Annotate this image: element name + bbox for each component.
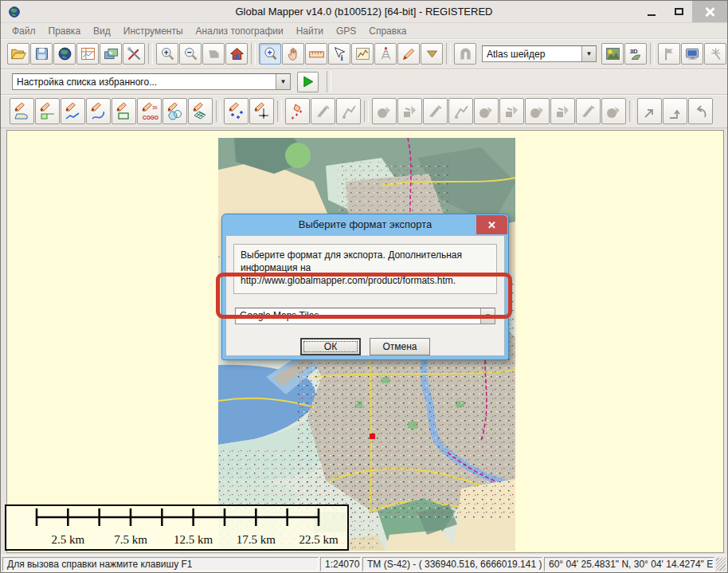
move-selected-features-button <box>336 98 361 124</box>
gray-erase-icon <box>605 102 624 121</box>
run-favorite-button[interactable] <box>297 72 319 92</box>
reshape-feature-button <box>372 98 397 124</box>
magnifier-minus-icon <box>182 45 199 62</box>
create-line-feature-button[interactable] <box>61 98 85 124</box>
close-icon <box>705 7 714 17</box>
status-scale: 1:240700 <box>320 557 361 571</box>
view-3d-button[interactable]: 3D <box>624 43 647 65</box>
menu-item-help[interactable]: Справка <box>362 26 413 37</box>
digitizer-toolbar: 36COGO <box>1 95 727 128</box>
full-extent-icon <box>205 45 222 62</box>
more-tools-dropdown-button[interactable] <box>421 43 443 65</box>
create-circle-feature-button[interactable] <box>162 98 187 124</box>
chevron-down-icon[interactable]: ▼ <box>276 74 290 89</box>
hand-icon <box>285 45 302 62</box>
menu-item-file[interactable]: Файл <box>6 26 42 37</box>
shader-options-button[interactable] <box>601 43 624 65</box>
chevron-down-icon[interactable]: ▼ <box>480 308 495 324</box>
toolbar-separator <box>629 100 634 122</box>
download-online-data-button[interactable] <box>53 43 76 65</box>
create-area-from-line-button[interactable] <box>35 98 60 124</box>
zoom-tool-button[interactable] <box>259 43 281 65</box>
menu-item-view[interactable]: Вид <box>87 26 117 37</box>
home-icon <box>229 45 245 62</box>
snap-vertex-tool-button[interactable] <box>663 98 687 124</box>
maximize-button[interactable] <box>665 1 692 22</box>
view-shed-tool-button[interactable] <box>374 43 397 65</box>
create-area-feature-button[interactable] <box>10 98 34 124</box>
shader-combo-value: Atlas шейдер <box>483 49 581 60</box>
cancel-button[interactable]: Отмена <box>370 338 430 355</box>
ok-button[interactable]: ОК <box>300 338 361 355</box>
outline-arrow-icon <box>640 102 660 121</box>
toolbar-separator <box>148 43 153 65</box>
pencil-red-points-icon <box>288 102 307 121</box>
zoom-to-home-button[interactable] <box>225 43 248 65</box>
export-format-combo[interactable]: Google Maps Tiles ▼ <box>235 308 495 324</box>
menu-item-search[interactable]: Найти <box>290 26 330 37</box>
menu-item-terrain-analysis[interactable]: Анализ топографии <box>190 26 290 37</box>
create-rectangle-feature-button[interactable] <box>112 98 136 124</box>
configuration-button[interactable] <box>123 43 145 65</box>
zoom-out-button[interactable] <box>179 43 202 65</box>
create-spline-feature-button[interactable] <box>86 98 111 124</box>
open-file-button[interactable] <box>7 43 29 65</box>
path-profile-tool-button[interactable] <box>351 43 374 65</box>
title-bar: Global Mapper v14.0 (b100512) [64-bit] -… <box>1 1 727 23</box>
toolbar-separator <box>446 43 451 65</box>
gray-attrib-icon <box>452 102 471 121</box>
create-grid-feature-button[interactable] <box>188 98 213 124</box>
svg-text:12.5 km: 12.5 km <box>174 533 213 546</box>
star-pin-icon <box>707 45 724 62</box>
erase-features-button <box>601 98 626 124</box>
minimize-icon <box>648 14 656 16</box>
pencil-points-icon <box>227 102 246 121</box>
toolbar-separator <box>327 71 331 92</box>
map-window-icon <box>80 45 96 62</box>
folder-icon <box>10 45 27 62</box>
dialog-title: Выберите формат экспорта <box>222 214 508 235</box>
save-workspace-button[interactable] <box>30 43 53 65</box>
undo-digitization-button[interactable] <box>688 98 713 124</box>
dialog-close-button[interactable]: ✕ <box>476 215 507 234</box>
chevron-down-icon[interactable]: ▼ <box>581 46 596 61</box>
pencil-line-icon <box>64 102 83 121</box>
minimize-button[interactable] <box>638 1 665 22</box>
tools-icon <box>126 45 143 62</box>
split-features-button <box>550 98 575 124</box>
pencil-area-icon <box>13 102 32 121</box>
pan-tool-button[interactable] <box>282 43 304 65</box>
svg-text:36: 36 <box>152 105 158 110</box>
overlay-control-center-button[interactable] <box>100 43 122 65</box>
pencil-circle-icon <box>166 102 185 121</box>
screen-capture-button[interactable] <box>681 43 703 65</box>
menu-item-tools[interactable]: Инструменты <box>117 26 190 37</box>
toolbar-separator <box>364 100 369 122</box>
walk-view-tool-button <box>454 43 476 65</box>
select-features-tool-button[interactable] <box>637 98 662 124</box>
zoom-in-button[interactable] <box>156 43 178 65</box>
toolbar-separator <box>216 100 221 122</box>
close-button[interactable] <box>692 1 727 22</box>
shader-combo[interactable]: Atlas шейдер ▼ <box>482 45 597 62</box>
combine-features-button <box>525 98 550 124</box>
menu-item-edit[interactable]: Правка <box>42 26 88 37</box>
resize-grip-icon[interactable] <box>716 558 726 571</box>
measure-tool-button[interactable] <box>305 43 327 65</box>
digitizer-tool-button[interactable] <box>397 43 420 65</box>
profile-chart-icon <box>354 45 371 62</box>
create-point-feature-button[interactable] <box>224 98 249 124</box>
favorites-combo[interactable]: Настройка списка избранного... ▼ <box>12 73 291 90</box>
favorites-combo-value: Настройка списка избранного... <box>13 77 276 88</box>
flag-icon <box>661 45 678 62</box>
feature-info-tool-button[interactable]: i <box>328 43 350 65</box>
magnifier-cursor-icon <box>262 45 279 62</box>
create-range-rings-button[interactable] <box>285 98 310 124</box>
status-projection: TM (S-42) - ( 336940.516, 6666019.141 ) <box>362 557 542 571</box>
buffer-features-button <box>576 98 601 124</box>
create-perpendicular-feature-button[interactable] <box>249 98 274 124</box>
map-layout-button[interactable] <box>76 43 99 65</box>
menu-item-gps[interactable]: GPS <box>330 26 362 37</box>
create-cogo-feature-button[interactable]: 36COGO <box>137 98 162 124</box>
triangle-down-icon <box>424 45 440 62</box>
